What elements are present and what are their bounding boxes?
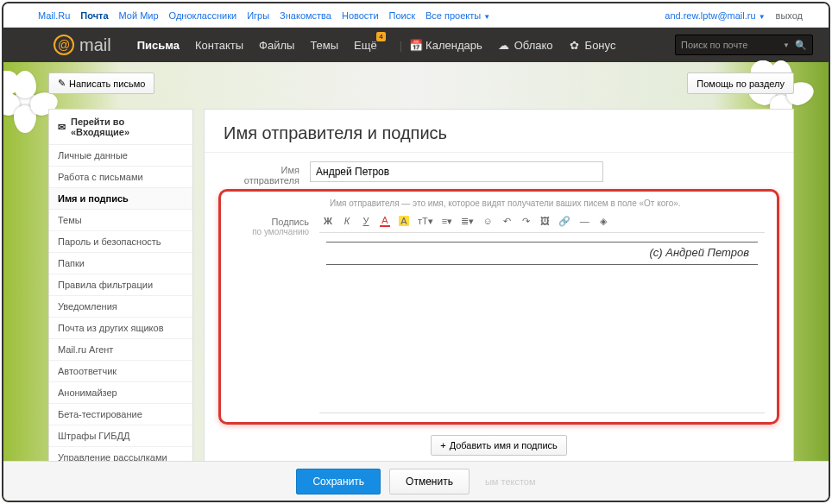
sidebar-item[interactable]: Почта из других ящиков <box>49 318 192 339</box>
at-icon: @ <box>54 35 74 55</box>
sidebar-inbox-link[interactable]: ✉Перейти во «Входящие» <box>49 110 192 145</box>
nav-calendar[interactable]: 📅Календарь <box>409 39 482 52</box>
sender-name-label: Имя отправителя <box>224 161 310 186</box>
topbar-link[interactable]: Знакомства <box>280 10 331 21</box>
sidebar-item[interactable]: Правила фильтрации <box>49 274 192 296</box>
cancel-button[interactable]: Отменить <box>389 469 470 495</box>
bg-color-button[interactable]: A <box>399 216 409 226</box>
sidebar-item[interactable]: Папки <box>49 253 192 274</box>
font-size-button[interactable]: тТ▾ <box>418 216 433 227</box>
sidebar-item[interactable]: Пароль и безопасность <box>49 231 192 253</box>
clear-button[interactable]: ◈ <box>598 216 608 227</box>
footer-bar: Сохранить Отменить ым текстом <box>3 461 829 501</box>
topbar-link[interactable]: Одноклассники <box>169 10 237 21</box>
topbar-link[interactable]: Все проекты ▼ <box>425 10 490 21</box>
nav-cloud[interactable]: ☁Облако <box>498 39 553 52</box>
italic-button[interactable]: К <box>342 216 352 226</box>
plus-icon: + <box>440 440 445 450</box>
chevron-down-icon: ▼ <box>483 13 490 21</box>
underline-button[interactable]: У <box>361 216 371 226</box>
compose-button[interactable]: ✎Написать письмо <box>48 72 154 94</box>
main-panel: Имя отправителя и подпись Имя отправител… <box>204 109 794 501</box>
chevron-down-icon: ▼ <box>759 13 766 21</box>
search-icon[interactable]: 🔍 <box>795 40 807 51</box>
signature-editor[interactable]: (с) Андрей Петров <box>319 232 765 413</box>
nav-themes[interactable]: Темы <box>310 39 338 52</box>
topbar-link[interactable]: Mail.Ru <box>38 10 70 21</box>
settings-sidebar: ✉Перейти во «Входящие» Личные данные Раб… <box>48 109 193 501</box>
emoji-button[interactable]: ☺ <box>482 216 493 226</box>
sidebar-item[interactable]: Личные данные <box>49 145 192 167</box>
portal-topbar: Mail.Ru Почта Мой Мир Одноклассники Игры… <box>3 3 829 28</box>
nav-more[interactable]: Ещё4 <box>354 39 377 52</box>
topbar-link[interactable]: Поиск <box>389 10 415 21</box>
topbar-link[interactable]: Мой Мир <box>119 10 159 21</box>
text-color-button[interactable]: A <box>380 215 390 227</box>
calendar-icon: 📅 <box>409 39 421 52</box>
help-button[interactable]: Помощь по разделу <box>687 72 794 94</box>
add-signature-button[interactable]: + Добавить имя и подпись <box>431 435 567 456</box>
nav-files[interactable]: Файлы <box>259 39 294 52</box>
nav-bonus[interactable]: ✿Бонус <box>569 39 616 52</box>
signature-label: Подписьпо умолчанию <box>233 213 319 236</box>
cloud-icon: ☁ <box>498 39 510 52</box>
nav-letters[interactable]: Письма <box>137 39 180 52</box>
bold-button[interactable]: Ж <box>323 216 333 226</box>
editor-toolbar: Ж К У A A тТ▾ ≡▾ ≣▾ ☺ ↶ ↷ 🖼 🔗 <box>319 213 765 232</box>
sidebar-item[interactable]: Анонимайзер <box>49 382 192 404</box>
save-button[interactable]: Сохранить <box>296 469 381 495</box>
mail-logo[interactable]: @ mail <box>54 35 111 55</box>
nav-contacts[interactable]: Контакты <box>195 39 243 52</box>
sidebar-item-signature[interactable]: Имя и подпись <box>49 188 192 210</box>
topbar-link[interactable]: Игры <box>247 10 269 21</box>
sidebar-item[interactable]: Темы <box>49 210 192 231</box>
topbar-link[interactable]: Новости <box>342 10 379 21</box>
topbar-link[interactable]: Почта <box>80 10 108 21</box>
envelope-icon: ✉ <box>58 122 66 133</box>
chevron-down-icon[interactable]: ▼ <box>783 41 790 49</box>
search-input[interactable]: Поиск по почте ▼ 🔍 <box>675 35 813 55</box>
gear-icon: ✿ <box>569 39 581 52</box>
logo-text: mail <box>79 35 111 55</box>
page-title: Имя отправителя и подпись <box>205 110 793 153</box>
user-email[interactable]: and.rew.lptw@mail.ru ▼ <box>665 10 765 21</box>
sidebar-item[interactable]: Штрафы ГИБДД <box>49 425 192 447</box>
list-button[interactable]: ≣▾ <box>461 216 474 227</box>
main-navbar: @ mail Письма Контакты Файлы Темы Ещё4 |… <box>3 28 829 62</box>
sender-name-input[interactable] <box>310 161 603 182</box>
faded-text: ым текстом <box>485 476 536 487</box>
logout-link[interactable]: выход <box>776 10 803 21</box>
highlight-box: Имя отправителя — это имя, которое видят… <box>218 189 779 425</box>
sender-name-hint: Имя отправителя — это имя, которое видят… <box>228 197 770 208</box>
badge: 4 <box>376 32 385 41</box>
compose-icon: ✎ <box>58 78 66 89</box>
hr-button[interactable]: — <box>579 216 589 226</box>
sidebar-item[interactable]: Автоответчик <box>49 361 192 382</box>
link-button[interactable]: 🔗 <box>558 216 570 227</box>
image-button[interactable]: 🖼 <box>539 216 550 226</box>
signature-text: (с) Андрей Петров <box>326 243 758 265</box>
align-button[interactable]: ≡▾ <box>442 216 452 227</box>
sidebar-item[interactable]: Mail.ru Агент <box>49 339 192 361</box>
sidebar-item[interactable]: Бета-тестирование <box>49 404 192 425</box>
search-placeholder: Поиск по почте <box>681 40 783 50</box>
undo-button[interactable]: ↶ <box>501 216 512 227</box>
redo-button[interactable]: ↷ <box>520 216 531 227</box>
sidebar-item[interactable]: Уведомления <box>49 296 192 318</box>
sidebar-item[interactable]: Работа с письмами <box>49 167 192 188</box>
